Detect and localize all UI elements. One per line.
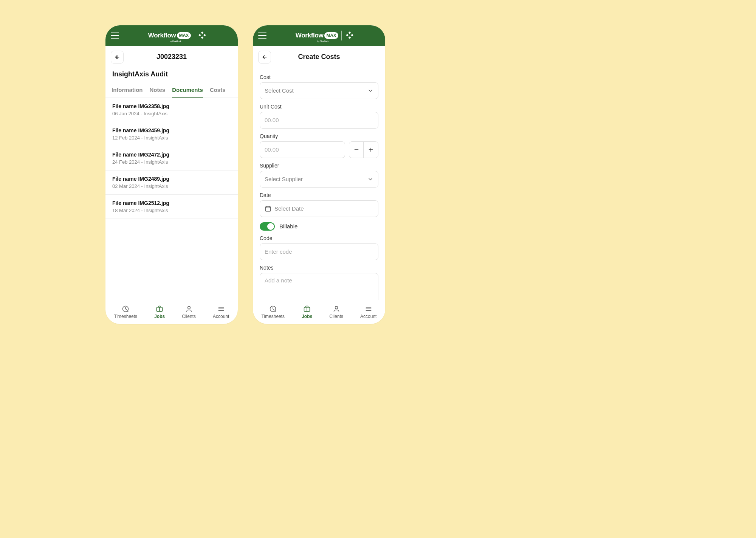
document-name: File name IMG2512.jpg [112, 200, 231, 206]
brand-text: Workflow MAX by BlueRock [296, 32, 339, 39]
subheader: Create Costs [253, 46, 385, 68]
unit-cost-label: Unit Cost [260, 104, 378, 110]
nav-label: Timesheets [114, 314, 138, 319]
date-field[interactable]: Select Date [260, 200, 378, 217]
logo-separator [194, 31, 194, 40]
list-item[interactable]: File name IMG2459.jpg 12 Feb 2024 - Insi… [105, 122, 238, 146]
date-value: Select Date [274, 205, 304, 212]
cost-label: Cost [260, 74, 378, 80]
page-title: Create Costs [258, 53, 380, 61]
brand-text: Workflow MAX by BlueRock [148, 32, 191, 39]
list-item[interactable]: File name IMG2358.jpg 06 Jan 2024 - Insi… [105, 98, 238, 122]
nav-timesheets[interactable]: Timesheets [114, 305, 138, 319]
document-meta: 06 Jan 2024 - InsightAxis [112, 111, 231, 116]
code-label: Code [260, 235, 378, 241]
document-name: File name IMG2489.jpg [112, 176, 231, 182]
plus-icon [368, 147, 374, 153]
quantity-input[interactable] [265, 146, 340, 153]
create-cost-form[interactable]: Cost Select Cost Unit Cost Quanity Suppl [253, 68, 385, 300]
quantity-label: Quanity [260, 133, 378, 139]
brand-badge: MAX [177, 32, 191, 39]
unit-cost-field[interactable] [260, 112, 378, 129]
menu-icon[interactable] [111, 33, 119, 39]
brand-logo: Workflow MAX by BlueRock [123, 31, 232, 40]
unit-cost-input[interactable] [265, 117, 373, 123]
nav-label: Account [213, 314, 229, 319]
billable-toggle[interactable] [260, 222, 275, 231]
tab-documents[interactable]: Documents [172, 84, 203, 98]
nav-label: Clients [329, 314, 343, 319]
topbar: Workflow MAX by BlueRock [105, 25, 238, 46]
code-input[interactable] [265, 248, 373, 255]
svg-point-6 [335, 306, 338, 309]
code-field[interactable] [260, 243, 378, 260]
document-meta: 02 Mar 2024 - InsightAxis [112, 183, 231, 189]
date-label: Date [260, 192, 378, 198]
document-name: File name IMG2358.jpg [112, 103, 231, 109]
quantity-stepper [349, 141, 378, 158]
subheader: J0023231 [105, 46, 238, 68]
tabs: Information Notes Documents Costs [105, 84, 238, 98]
list-item[interactable]: File name IMG2489.jpg 02 Mar 2024 - Insi… [105, 171, 238, 195]
brand-sub: by BlueRock [170, 40, 181, 42]
tab-costs[interactable]: Costs [210, 84, 226, 98]
nav-clients[interactable]: Clients [182, 305, 196, 319]
briefcase-icon [156, 305, 163, 313]
quantity-field[interactable] [260, 141, 345, 158]
notes-label: Notes [260, 265, 378, 271]
menu-lines-icon [217, 305, 225, 313]
brand-sub: by BlueRock [317, 40, 328, 42]
document-meta: 24 Feb 2024 - InsightAxis [112, 159, 231, 165]
nav-clients[interactable]: Clients [329, 305, 343, 319]
clock-icon [122, 305, 129, 313]
nav-jobs[interactable]: Jobs [154, 305, 165, 319]
supplier-select[interactable]: Select Supplier [260, 171, 378, 188]
notes-textarea[interactable] [260, 273, 378, 300]
document-meta: 18 Mar 2024 - InsightAxis [112, 208, 231, 213]
cost-select-value: Select Cost [265, 87, 294, 94]
menu-icon[interactable] [258, 33, 266, 39]
user-icon [333, 305, 340, 313]
bottom-nav: Timesheets Jobs Clients Account [253, 300, 385, 324]
chevron-down-icon [367, 176, 373, 182]
brand-icon [197, 31, 207, 40]
list-item[interactable]: File name IMG2472.jpg 24 Feb 2024 - Insi… [105, 146, 238, 171]
nav-timesheets[interactable]: Timesheets [262, 305, 285, 319]
supplier-select-value: Select Supplier [265, 176, 303, 182]
menu-lines-icon [365, 305, 372, 313]
brand-word: Workflow [296, 32, 324, 39]
logo-separator [341, 31, 342, 40]
quantity-increment[interactable] [364, 142, 378, 158]
nav-label: Timesheets [262, 314, 285, 319]
briefcase-icon [303, 305, 311, 313]
job-title: InsightAxis Audit [105, 68, 238, 84]
brand-badge: MAX [324, 32, 339, 39]
tab-notes[interactable]: Notes [150, 84, 166, 98]
chevron-down-icon [367, 88, 373, 94]
billable-label: Billable [279, 223, 297, 229]
phone-create-costs: Workflow MAX by BlueRock Create Costs Co… [253, 25, 385, 324]
calendar-icon [265, 205, 271, 212]
document-name: File name IMG2472.jpg [112, 152, 231, 158]
document-meta: 12 Feb 2024 - InsightAxis [112, 135, 231, 141]
minus-icon [353, 147, 359, 153]
cost-select[interactable]: Select Cost [260, 82, 378, 99]
list-item[interactable]: File name IMG2512.jpg 18 Mar 2024 - Insi… [105, 195, 238, 219]
nav-jobs[interactable]: Jobs [302, 305, 312, 319]
bottom-nav: Timesheets Jobs Clients Account [105, 300, 238, 324]
nav-label: Account [360, 314, 376, 319]
phone-documents: Workflow MAX by BlueRock J0023231 Insigh… [105, 25, 238, 324]
document-list[interactable]: File name IMG2358.jpg 06 Jan 2024 - Insi… [105, 98, 238, 300]
quantity-decrement[interactable] [349, 142, 364, 158]
nav-account[interactable]: Account [360, 305, 376, 319]
clock-icon [269, 305, 277, 313]
user-icon [185, 305, 193, 313]
nav-account[interactable]: Account [213, 305, 229, 319]
brand-logo: Workflow MAX by BlueRock [270, 31, 380, 40]
nav-label: Jobs [154, 314, 165, 319]
page-title: J0023231 [111, 53, 232, 61]
svg-point-2 [187, 306, 190, 309]
tab-information[interactable]: Information [112, 84, 143, 98]
nav-label: Clients [182, 314, 196, 319]
supplier-label: Supplier [260, 163, 378, 169]
